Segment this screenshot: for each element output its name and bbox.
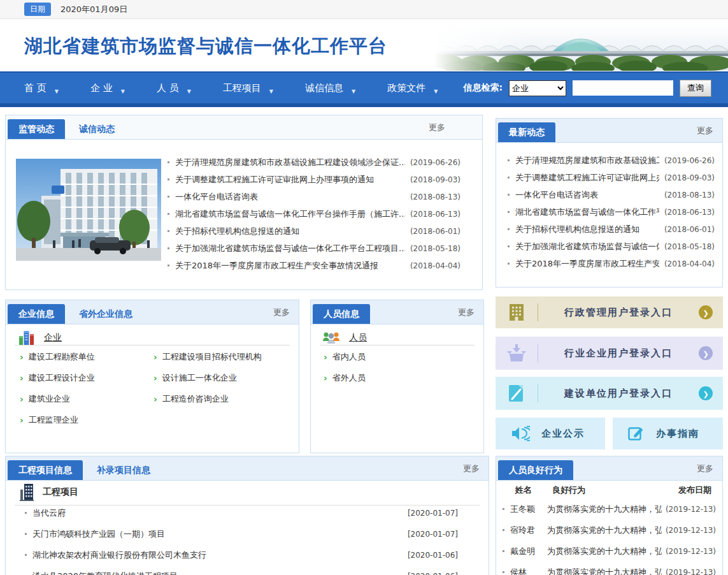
bullet-icon [508, 228, 510, 230]
project-item-link[interactable]: 天门市鸿硕科技产业园（一期）项目 [32, 528, 403, 540]
date-value: 2020年01月09日 [61, 4, 127, 15]
news-item-link[interactable]: 关于清理规范房屋建筑和市政基础设施工程... [515, 155, 659, 166]
green-arrow-icon [153, 394, 157, 404]
tab-enterprise-info[interactable]: 企业信息 [8, 304, 65, 324]
more-link[interactable]: 更多 [273, 307, 290, 318]
enterprise-link[interactable]: 工程监理企业 [29, 414, 78, 426]
enterprise-link[interactable]: 工程建设项目招标代理机构 [162, 351, 262, 363]
tab-personnel-info[interactable]: 人员信息 [313, 304, 370, 324]
project-item-link[interactable]: 湖北神农架农村商业银行股份有限公司木鱼支行 [32, 550, 403, 561]
tab-project-info[interactable]: 工程项目信息 [8, 460, 83, 480]
news-item-date: (2018-04-04) [664, 259, 715, 268]
person-name-link[interactable]: 王冬颖 [510, 504, 547, 515]
tab-supervision-news[interactable]: 监管动态 [8, 119, 65, 139]
news-item-link[interactable]: 湖北省建筑市场监督与诚信一体化工作平台操作手册（施工许... [175, 208, 405, 220]
personnel-links: 省内人员 省外人员 [324, 346, 470, 388]
news-item-link[interactable]: 一体化平台电话咨询表 [175, 191, 405, 203]
more-link[interactable]: 更多 [429, 122, 445, 133]
news-item-link[interactable]: 关于加强湖北省建筑市场监督与诚信一体化工作平台工程项目... [175, 243, 405, 254]
person-name-link[interactable]: 宿玲君 [510, 525, 547, 536]
enterprise-link[interactable]: 建设工程设计企业 [29, 372, 95, 384]
nav-item-home[interactable]: 首 页 [19, 82, 64, 94]
tab-out-province-enterprise[interactable]: 省外企业信息 [68, 304, 143, 324]
chevron-down-icon [55, 84, 59, 96]
bullet-icon [503, 571, 504, 573]
behavior-date: (2019-12-13) [662, 526, 722, 535]
enterprise-publicity-button[interactable]: 企业公示 [496, 418, 605, 449]
news-item: 一体化平台电话咨询表(2018-08-13) [161, 188, 460, 205]
behavior-text-link[interactable]: 为贯彻落实党的十九大精神，弘扬... [547, 546, 662, 557]
admin-login-entry[interactable]: 行政管理用户登录入口 [496, 296, 723, 328]
enterprise-category-link[interactable]: 企业 [44, 332, 62, 344]
news-item-link[interactable]: 关于招标代理机构信息报送的通知 [175, 226, 405, 237]
news-item-link[interactable]: 湖北省建筑市场监督与诚信一体化工作平台... [515, 207, 659, 218]
news-item-date: (2018-05-18) [410, 244, 460, 253]
supervision-news-list: 关于清理规范房屋建筑和市政基础设施工程建设领域涉企保证...(2019-06-2… [161, 154, 460, 274]
personnel-info-head: 人员信息 更多 [311, 300, 483, 324]
personnel-link[interactable]: 省内人员 [332, 351, 366, 363]
personnel-link[interactable]: 省外人员 [332, 372, 366, 384]
project-item-date: [2020-01-06] [408, 572, 458, 575]
service-guide-button[interactable]: 办事指南 [613, 418, 723, 449]
news-item: 一体化平台电话咨询表(2018-08-13) [501, 186, 715, 203]
bullet-icon [168, 230, 169, 232]
bullet-icon [168, 213, 169, 215]
person-name-link[interactable]: 侯林 [510, 567, 547, 575]
behavior-text-link[interactable]: 为贯彻落实党的十九大精神，弘扬... [547, 525, 662, 536]
tab-credit-news[interactable]: 诚信动态 [68, 119, 125, 139]
personnel-category-link[interactable]: 人员 [349, 332, 367, 344]
nav-item-credit[interactable]: 诚信信息 [300, 82, 360, 94]
news-item-link[interactable]: 关于调整建筑工程施工许可证审批网上办理... [515, 172, 659, 184]
green-arrow-icon [20, 415, 24, 425]
speaker-icon [511, 426, 530, 441]
more-link[interactable]: 更多 [458, 307, 475, 318]
behavior-text-link[interactable]: 为贯彻落实党的十九大精神，弘扬... [547, 504, 662, 515]
info-search-area: 信息检索: 企业 查询 [463, 73, 711, 103]
bullet-icon [503, 529, 504, 531]
news-item-link[interactable]: 关于2018年一季度房屋市政工程生产安全事故情况通报 [175, 260, 405, 272]
personnel-category: 人员 [322, 329, 367, 347]
behavior-text-link[interactable]: 为贯彻落实党的十九大精神，弘扬... [547, 567, 662, 575]
nav-item-enterprise[interactable]: 企 业 [85, 82, 130, 94]
construction-unit-login-label: 建设单位用户登录入口 [538, 388, 699, 400]
news-item-link[interactable]: 关于调整建筑工程施工许可证审批网上办理事项的通知 [175, 174, 405, 186]
tab-supplementary-project-info[interactable]: 补录项目信息 [86, 460, 161, 480]
person-name-link[interactable]: 戴金明 [510, 546, 547, 557]
news-item-link[interactable]: 关于清理规范房屋建筑和市政基础设施工程建设领域涉企保证... [175, 157, 405, 168]
chevron-down-icon [352, 84, 355, 96]
top-date-bar: 日期 2020年01月09日 [0, 0, 728, 19]
project-item-link[interactable]: 当代云府 [32, 507, 403, 519]
enterprise-link[interactable]: 建设工程勘察单位 [29, 351, 95, 363]
construction-unit-login-entry[interactable]: 建设单位用户登录入口 [496, 377, 723, 410]
news-item-link[interactable]: 关于加强湖北省建筑市场监督与诚信一体化... [515, 241, 659, 252]
project-info-panel: 工程项目信息 补录项目信息 更多 工程项目 当代云府[2020-01-07] 天… [5, 456, 489, 575]
news-item: 关于招标代理机构信息报送的通知(2018-06-01) [161, 222, 460, 240]
more-link[interactable]: 更多 [697, 463, 713, 474]
news-item: 关于2018年一季度房屋市政工程生产安全事故情况通报(2018-04-04) [161, 257, 460, 274]
tab-good-behavior[interactable]: 人员良好行为 [498, 460, 573, 480]
enterprise-link[interactable]: 工程造价咨询企业 [162, 393, 229, 405]
project-item-link[interactable]: 浠水县2020年教育现代化推进工程项目 [32, 571, 403, 575]
tab-latest-news[interactable]: 最新动态 [498, 122, 555, 142]
news-item-link[interactable]: 一体化平台电话咨询表 [515, 189, 659, 201]
news-item-date: (2018-08-13) [410, 193, 460, 201]
green-arrow-icon [324, 352, 327, 362]
bullet-icon [503, 508, 504, 510]
nav-item-policy[interactable]: 政策文件 [382, 82, 443, 94]
news-photo[interactable] [16, 159, 161, 261]
enterprise-link[interactable]: 设计施工一体化企业 [162, 372, 237, 384]
nav-item-projects[interactable]: 工程项目 [218, 82, 278, 94]
news-item-link[interactable]: 关于招标代理机构信息报送的通知 [515, 224, 659, 235]
enterprise-link[interactable]: 建筑业企业 [29, 393, 70, 405]
search-category-select[interactable]: 企业 [509, 80, 566, 96]
news-item-link[interactable]: 关于2018年一季度房屋市政工程生产安... [515, 258, 659, 270]
arrow-circle-icon [699, 305, 713, 319]
industry-enterprise-login-entry[interactable]: 行业企业用户登录入口 [496, 337, 723, 370]
more-link[interactable]: 更多 [463, 463, 480, 474]
link-row: 建设工程勘察单位 [20, 346, 147, 367]
nav-item-personnel[interactable]: 人 员 [152, 82, 196, 94]
search-input[interactable] [573, 80, 673, 96]
more-link[interactable]: 更多 [697, 125, 713, 136]
search-button[interactable]: 查询 [680, 80, 711, 97]
col-date-header: 发布日期 [678, 484, 722, 496]
